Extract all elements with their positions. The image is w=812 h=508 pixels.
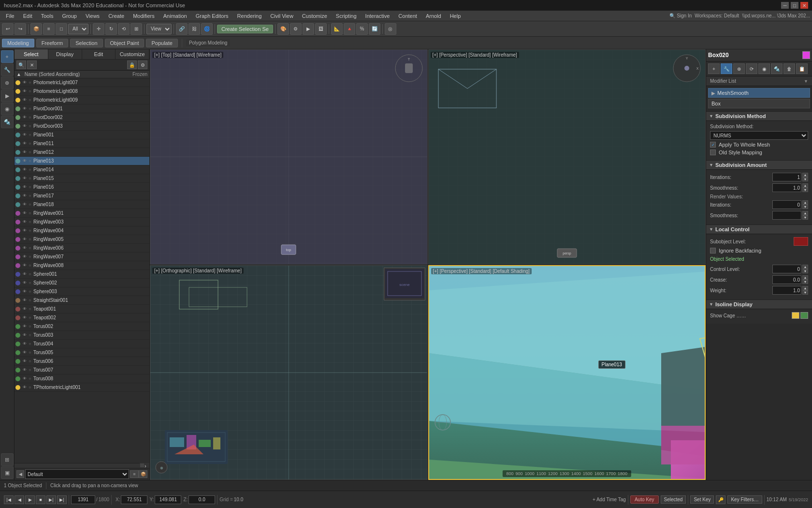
tab-modeling[interactable]: Modeling [2,39,34,47]
render-button[interactable]: ▶ [303,23,314,35]
motion-panel-btn[interactable]: ▶ [1,90,14,102]
tab-display-scene[interactable]: Display [48,49,82,59]
menu-civil-view[interactable]: Civil View [266,12,297,20]
menu-rendering[interactable]: Rendering [233,12,266,20]
smoothness-down[interactable]: ▼ [802,188,808,192]
z-coord-input[interactable] [188,495,215,504]
select-name-button[interactable]: ≡ [43,23,55,35]
weight-input[interactable] [772,286,801,295]
key-filters-button[interactable]: Key Filters… [727,495,762,504]
list-item[interactable]: 👁 ○ Plane014 [14,165,149,174]
iterations-down[interactable]: ▼ [802,177,808,181]
menu-help[interactable]: Help [446,12,465,20]
list-scroll-left[interactable] [14,463,140,468]
smoothness-up[interactable]: ▲ [802,183,808,188]
list-item[interactable]: 👁 ○ StraightStair001 [14,296,149,305]
y-coord-input[interactable] [155,495,181,504]
next-frame-btn[interactable]: ▶| [46,495,56,504]
list-item[interactable]: 👁 ○ Torus004 [14,340,149,348]
key-icon-btn[interactable]: 🔑 [716,495,725,504]
control-level-input[interactable] [772,265,801,273]
rp-create-btn[interactable]: + [708,63,720,74]
viewport-top[interactable]: [+] [Top] [Standard] [Wireframe] T [150,49,428,265]
utility-panel-btn[interactable]: 🔩 [1,116,14,128]
tab-populate[interactable]: Populate [146,39,177,47]
add-time-tag-btn[interactable]: + Add Time Tag [593,497,626,502]
apply-whole-mesh-checkbox[interactable]: ✓ [710,142,716,148]
viewport-ortho[interactable]: [+] [Orthographic] [Standard] [Wireframe… [150,265,428,480]
iterations-up[interactable]: ▲ [802,173,808,177]
modifier-meshsmooth[interactable]: ▶ MeshSmooth [708,88,810,98]
rotate-button[interactable]: ↻ [105,23,117,35]
list-item[interactable]: 👁 ○ PivotDoor001 [14,105,149,113]
move-button[interactable]: ✛ [93,23,104,35]
frame-number-input[interactable] [71,495,95,504]
modify-panel-btn[interactable]: 🔧 [1,63,14,76]
go-start-btn[interactable]: |◀ [4,495,14,504]
section-local-control[interactable]: ▼ Local Control [706,224,812,234]
menu-create[interactable]: Create [104,12,128,20]
list-scroll-right[interactable]: › [145,463,149,468]
se-lock-btn[interactable]: 🔒 [127,60,137,69]
isolate-selection-button[interactable]: ◎ [385,23,396,35]
menu-tools[interactable]: Tools [37,12,58,20]
minimize-button[interactable]: ─ [781,2,789,9]
list-item[interactable]: 👁 ○ Sphere001 [14,270,149,279]
unlink-button[interactable]: ⛓ [188,23,200,35]
se-search-btn[interactable]: 🔍 [16,60,26,69]
list-item[interactable]: 👁 ○ Plane012 [14,148,149,157]
se-close-btn[interactable]: ✕ [27,60,37,69]
list-scroll-thumb[interactable] [140,463,145,468]
list-item[interactable]: 👁 ○ Sphere003 [14,287,149,296]
list-item[interactable]: 👁 ○ PivotDoor003 [14,122,149,131]
view-mode-dropdown[interactable]: View [146,24,172,34]
smoothness-input[interactable] [772,183,801,192]
tab-freeform[interactable]: Freeform [36,39,69,47]
weight-down[interactable]: ▼ [802,290,808,295]
list-item[interactable]: 👁 ○ PhotometricLight007 [14,78,149,87]
list-item[interactable]: 👁 ○ PhotometricLight008 [14,87,149,96]
set-key-button[interactable]: Set Key [690,495,714,504]
layer-dropdown[interactable]: Default [25,469,129,479]
old-style-mapping-checkbox[interactable]: ✓ [710,149,716,155]
modifier-list-dropdown-arrow[interactable]: ▼ [804,79,808,84]
play-btn[interactable]: ▶ [25,495,35,504]
link-button[interactable]: 🔗 [176,23,188,35]
iterations-input[interactable] [772,173,801,181]
close-button[interactable]: ✕ [800,2,808,9]
list-item[interactable]: 👁 ○ Plane017 [14,192,149,200]
render-iterations-input[interactable] [772,200,801,209]
auto-key-button[interactable]: Auto Key [630,495,659,504]
prev-frame-btn[interactable]: ◀ [14,495,24,504]
list-item[interactable]: 👁 ○ PhotometricLight009 [14,96,149,105]
menu-customize[interactable]: Customize [298,12,331,20]
list-item[interactable]: 👁 ○ Torus007 [14,366,149,374]
layer-obj-btn[interactable]: 📦 [139,470,147,478]
menu-modifiers[interactable]: Modifiers [129,12,159,20]
list-item[interactable]: 👁 ○ RingWave004 [14,226,149,235]
list-item[interactable]: 👁 ○ Torus003 [14,331,149,340]
modifier-box[interactable]: Box [708,99,810,108]
menu-arnold[interactable]: Arnold [422,12,445,20]
menu-file[interactable]: File [2,12,18,20]
render-iter-down[interactable]: ▼ [802,205,808,209]
percent-snap-button[interactable]: % [356,23,368,35]
create-panel-btn[interactable]: + [1,50,14,63]
crease-input[interactable] [772,275,801,284]
rp-display-btn[interactable]: ◉ [758,63,770,74]
menu-views[interactable]: Views [82,12,103,20]
mirror-button[interactable]: ⊞ [130,23,142,35]
render-smooth-down[interactable]: ▼ [802,215,808,220]
rp-copy-btn[interactable]: 📋 [796,63,808,74]
maximize-button[interactable]: □ [791,2,798,9]
menu-content[interactable]: Content [394,12,421,20]
tab-select[interactable]: Select [14,49,48,59]
rp-hierarchy-btn[interactable]: ⊕ [733,63,745,74]
subdivision-method-dropdown[interactable]: NURMS Classic Quad Output [710,131,808,140]
rp-utility-btn[interactable]: 🔩 [771,63,783,74]
tab-selection[interactable]: Selection [70,39,102,47]
layer-left-btn[interactable]: ◀ [16,470,24,478]
layer-layers-btn[interactable]: ≡ [130,470,139,478]
bind-space-warp-button[interactable]: 🌀 [201,23,213,35]
render-smooth-up[interactable]: ▲ [802,211,808,215]
